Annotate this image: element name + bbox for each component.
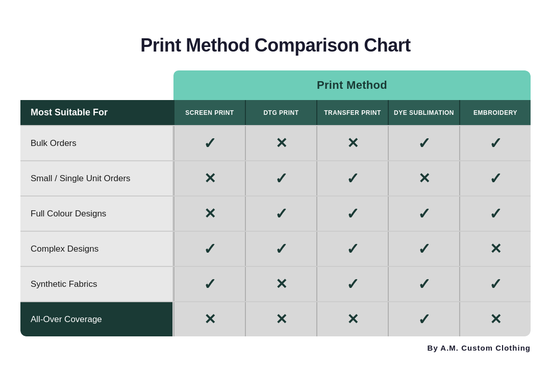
check-icon: ✓ <box>204 240 216 258</box>
table-cell: ✓ <box>459 197 531 231</box>
row-label: Complex Designs <box>20 232 173 266</box>
chart-title: Print Method Comparison Chart <box>20 35 531 56</box>
table-body: Bulk Orders✓✕✕✓✓Small / Single Unit Orde… <box>20 125 531 336</box>
branding: By A.M. Custom Clothing <box>20 344 531 352</box>
check-icon: ✓ <box>489 205 502 223</box>
table-cell: ✕ <box>245 267 316 301</box>
table-cell: ✓ <box>388 302 459 336</box>
cross-icon: ✕ <box>347 311 359 328</box>
table-cell: ✓ <box>245 232 316 266</box>
check-icon: ✓ <box>275 205 288 223</box>
table-cell: ✕ <box>459 302 531 336</box>
table-cell: ✕ <box>173 161 245 195</box>
check-icon: ✓ <box>346 205 359 223</box>
col-header-screen-print: SCREEN PRINT <box>173 100 245 125</box>
check-icon: ✓ <box>418 240 431 258</box>
col-header-dye-sublimation: DYE SUBLIMATION <box>388 100 459 125</box>
column-headers: Most Suitable For SCREEN PRINT DTG PRINT… <box>20 100 531 125</box>
table-cell: ✓ <box>459 267 531 301</box>
row-label: Synthetic Fabrics <box>20 267 173 301</box>
table-cell: ✓ <box>316 161 388 195</box>
check-icon: ✓ <box>346 169 359 187</box>
first-column-header: Most Suitable For <box>20 100 173 125</box>
check-icon: ✓ <box>204 134 216 152</box>
table-cell: ✕ <box>173 302 245 336</box>
cross-icon: ✕ <box>204 170 216 187</box>
check-icon: ✓ <box>418 275 431 293</box>
table-cell: ✓ <box>173 232 245 266</box>
table-cell: ✓ <box>388 232 459 266</box>
check-icon: ✓ <box>489 169 502 187</box>
cross-icon: ✕ <box>490 311 502 328</box>
check-icon: ✓ <box>489 134 502 152</box>
check-icon: ✓ <box>346 275 359 293</box>
table-row: Full Colour Designs✕✓✓✓✓ <box>20 195 531 231</box>
table-cell: ✕ <box>245 126 316 160</box>
table-cell: ✓ <box>388 197 459 231</box>
table-cell: ✓ <box>245 197 316 231</box>
chart-container: Print Method Most Suitable For SCREEN PR… <box>20 70 531 336</box>
table-row: All-Over Coverage✕✕✕✓✕ <box>20 301 531 336</box>
check-icon: ✓ <box>418 310 431 328</box>
table-cell: ✓ <box>459 161 531 195</box>
table-cell: ✓ <box>173 267 245 301</box>
check-icon: ✓ <box>204 275 216 293</box>
print-method-header-row: Print Method <box>20 70 531 100</box>
col-header-transfer-print: TRANSFER PRINT <box>316 100 388 125</box>
table-row: Bulk Orders✓✕✕✓✓ <box>20 125 531 160</box>
cross-icon: ✕ <box>347 135 359 152</box>
cross-icon: ✕ <box>276 276 287 292</box>
cross-icon: ✕ <box>204 205 216 222</box>
row-label: All-Over Coverage <box>20 302 173 336</box>
cross-icon: ✕ <box>276 311 287 328</box>
cross-icon: ✕ <box>204 311 216 328</box>
table-cell: ✕ <box>316 126 388 160</box>
cross-icon: ✕ <box>418 170 430 187</box>
table-row: Small / Single Unit Orders✕✓✓✕✓ <box>20 160 531 195</box>
table-cell: ✕ <box>388 161 459 195</box>
table-cell: ✕ <box>316 302 388 336</box>
check-icon: ✓ <box>418 134 431 152</box>
check-icon: ✓ <box>346 240 359 258</box>
check-icon: ✓ <box>275 169 288 187</box>
check-icon: ✓ <box>275 240 288 258</box>
row-label: Full Colour Designs <box>20 197 173 231</box>
table-cell: ✕ <box>459 232 531 266</box>
page-wrapper: Print Method Comparison Chart Print Meth… <box>0 19 551 373</box>
header-spacer <box>20 70 173 100</box>
row-label: Bulk Orders <box>20 126 173 160</box>
col-header-embroidery: EMBROIDERY <box>459 100 531 125</box>
table-cell: ✓ <box>388 126 459 160</box>
table-cell: ✓ <box>316 232 388 266</box>
row-label: Small / Single Unit Orders <box>20 161 173 195</box>
table-row: Complex Designs✓✓✓✓✕ <box>20 231 531 266</box>
table-cell: ✓ <box>459 126 531 160</box>
table-cell: ✓ <box>316 197 388 231</box>
table-cell: ✓ <box>173 126 245 160</box>
table-cell: ✕ <box>173 197 245 231</box>
table-cell: ✕ <box>245 302 316 336</box>
table-cell: ✓ <box>388 267 459 301</box>
table-cell: ✓ <box>316 267 388 301</box>
table-row: Synthetic Fabrics✓✕✓✓✓ <box>20 266 531 301</box>
table-cell: ✓ <box>245 161 316 195</box>
check-icon: ✓ <box>489 275 502 293</box>
cross-icon: ✕ <box>276 135 287 152</box>
cross-icon: ✕ <box>490 240 502 257</box>
print-method-label: Print Method <box>173 70 531 100</box>
col-header-dtg-print: DTG PRINT <box>245 100 316 125</box>
check-icon: ✓ <box>418 205 431 223</box>
